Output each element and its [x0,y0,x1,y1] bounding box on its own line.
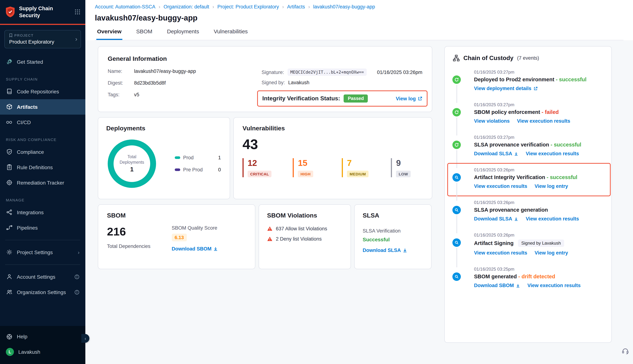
user-name: Lavakush [18,349,40,355]
sidebar-item-label: Pipelines [17,225,38,230]
download-sbom-link[interactable]: Download SBOM [172,246,218,252]
breadcrumb-artifacts[interactable]: Artifacts [287,4,305,10]
signed-by-label: Signed by: [262,80,285,85]
event-name: SBOM policy enforcement [474,109,540,115]
sidebar-item-organization-settings[interactable]: Organization Settings [0,284,85,300]
clipboard-icon [6,164,12,170]
deny-list-violations[interactable]: 2 Deny list Violations [267,236,342,242]
breadcrumb-project[interactable]: Project: Product Exploratory [218,4,279,10]
download-icon [214,246,218,251]
deployments-legend: Prod 1 Pre Prod 0 [175,155,222,172]
signature-value: MEQCICde2VjIT...bL+2+mqnOXw== [288,68,367,76]
severity-row: 12 CRITICAL 15 HIGH 7 MEDIUM [242,158,423,177]
link-label: View deployment details [474,86,531,91]
event-name: Deployed to Prod2 environment [474,76,554,82]
link-label: View execution results [526,216,579,222]
integrity-status-label: Integrity Verification Status: [262,95,340,102]
chain-of-custody-panel: Chain of Custody (7 events) 01/16/2025 0… [444,46,612,343]
content: General Information Name:lavakush07/easy… [85,40,633,364]
allow-list-violations[interactable]: 637 Allow list Violations [267,226,342,232]
sidebar-item-compliance[interactable]: Compliance [0,144,85,160]
sidebar-item-code-repositories[interactable]: Code Repositories [0,84,85,99]
sidebar-item-integrations[interactable]: Integrations [0,204,85,220]
deny-list-violations-label: 2 Deny list Violations [276,236,322,242]
slsa-verification-label: SLSA Verification [363,228,423,234]
severity-medium: 7 MEDIUM [342,158,370,177]
download-slsa-label: Download SLSA [363,248,401,253]
left-column: General Information Name:lavakush07/easy… [98,46,432,269]
donut-center-value: 1 [130,166,134,173]
view-execution-results-link[interactable]: View execution results [474,184,527,189]
external-link-icon [533,86,538,91]
tabs: Overview SBOM Deployments Vulnerabilitie… [95,28,624,40]
sidebar-item-artifacts[interactable]: Artifacts [0,99,85,114]
event-timestamp: 01/16/2025 03:27pm [474,102,606,107]
sidebar-item-remediation-tracker[interactable]: Remediation Tracker [0,175,85,190]
view-log-entry-link[interactable]: View log entry [535,184,568,189]
view-log-entry-link[interactable]: View log entry [535,250,568,256]
feedback-headset-icon[interactable] [622,347,629,354]
chain-event: 01/16/2025 03:26pm Artifact Signing Sign… [445,232,612,266]
sidebar-item-account-settings[interactable]: Account Settings [0,269,85,284]
sbom-quality-block: SBOM Quality Score 6.13 Download SBOM [172,225,218,252]
sidebar-item-label: Account Settings [17,274,55,280]
event-status: successful [546,174,577,180]
legend-label: Pre Prod [183,167,203,172]
breadcrumb-separator: › [158,4,160,10]
view-execution-results-link[interactable]: View execution results [517,118,570,124]
tab-vulnerabilities[interactable]: Vulnerabilities [213,28,248,40]
slsa-card: SLSA SLSA Verification Successful Downlo… [354,204,432,269]
view-execution-results-link[interactable]: View execution results [528,283,581,288]
slsa-verification-status: Successful [363,236,423,242]
download-slsa-link[interactable]: Download SLSA [474,216,518,222]
severity-count: 7 [347,158,370,168]
tab-sbom[interactable]: SBOM [135,28,153,40]
card-title: Deployments [106,125,222,132]
download-sbom-link[interactable]: Download SBOM [474,283,520,288]
sidebar-item-label: Integrations [17,209,44,215]
sidebar-item-rule-definitions[interactable]: Rule Definitions [0,160,85,175]
sidebar-item-label: Artifacts [17,104,38,110]
preprod-legend-dot [175,168,180,171]
sidebar-item-cicd[interactable]: CI/CD [0,114,85,130]
signed-by-badge: Signed by Lavakush [518,240,564,247]
chevron-right-icon: › [75,35,77,43]
breadcrumb-organization[interactable]: Organization: default [164,4,209,10]
project-bookmark-icon [9,33,12,37]
breadcrumb-artifact-name[interactable]: lavakush07/easy-buggy-app [313,4,375,10]
tab-deployments[interactable]: Deployments [166,28,200,40]
signature-label: Signature: [262,70,284,75]
sidebar-item-pipelines[interactable]: Pipelines [0,220,85,235]
sbom-quality-score-badge: 6.13 [172,234,187,241]
download-slsa-link[interactable]: Download SLSA [363,248,408,253]
sidebar-item-project-settings[interactable]: Project Settings › [0,244,85,260]
target-icon [6,179,12,186]
download-slsa-link[interactable]: Download SLSA [474,151,518,156]
event-timestamp: 01/16/2025 03:26pm [474,200,606,205]
view-deployment-details-link[interactable]: View deployment details [474,86,538,91]
apps-grid-icon[interactable] [75,9,80,15]
legend-item-preprod: Pre Prod 0 [175,167,221,172]
chain-event: 01/16/2025 03:27pm Deployed to Prod2 env… [445,70,612,102]
sidebar-item-get-started[interactable]: Get Started [0,54,85,70]
view-execution-results-link[interactable]: View execution results [526,151,579,156]
link-label: View log entry [535,250,568,256]
info-icon[interactable] [74,290,80,294]
view-log-link[interactable]: View log [396,96,422,101]
link-label: View execution results [528,283,581,288]
lifebuoy-icon [6,333,12,340]
pipeline-icon [6,224,12,231]
shield-check-icon [6,148,12,155]
section-label-manage: MANAGE [0,190,85,204]
info-icon[interactable] [74,274,80,279]
view-execution-results-link[interactable]: View execution results [474,250,527,256]
sidebar-item-label: Project Settings [17,249,53,255]
sidebar-user[interactable]: L Lavakush [0,344,85,360]
vulnerabilities-card: Vulnerabilities 43 12 CRITICAL 15 HIGH [233,117,432,199]
tab-overview[interactable]: Overview [96,28,122,40]
breadcrumb-account[interactable]: Account: Automation-SSCA [95,4,155,10]
view-violations-link[interactable]: View violations [474,118,510,124]
sidebar-item-help[interactable]: Help [0,329,85,344]
project-selector[interactable]: PROJECT Product Exploratory › [4,30,81,48]
view-execution-results-link[interactable]: View execution results [526,216,579,222]
